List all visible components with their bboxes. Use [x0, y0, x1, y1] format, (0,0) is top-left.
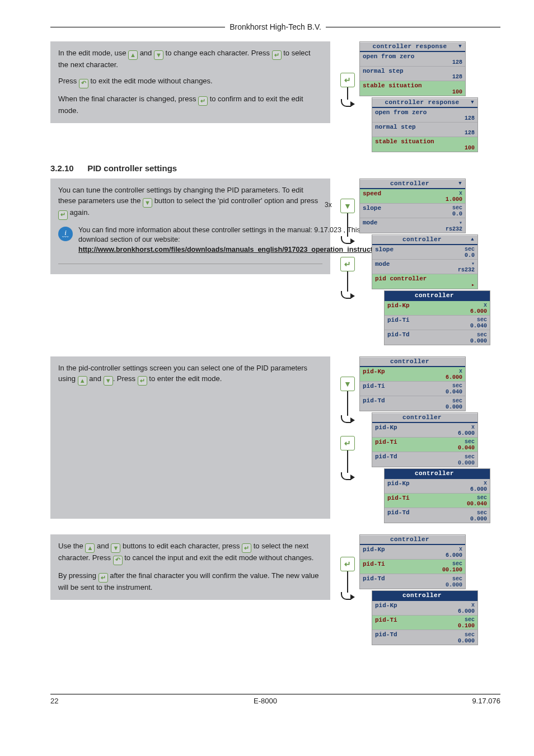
- text: to cancel the input and exit the edit mo…: [123, 553, 314, 562]
- lcd-value: 00.100: [442, 567, 462, 573]
- lcd-screen: controller pid-Kpx6.000 pid-Tisec0.040 p…: [372, 412, 478, 467]
- lcd-sequence-pid-nav: 3x ▼ ↵ controller▼ speedx1.000 slopesec0…: [340, 179, 500, 346]
- lcd-value: 0.000: [458, 638, 475, 644]
- lcd-value: 128: [465, 130, 475, 136]
- lcd-label: pid controller: [375, 275, 427, 282]
- lcd-screen: controller response▼ open from zero128 n…: [359, 41, 466, 96]
- lcd-value: 100: [465, 145, 475, 151]
- lcd-value: 00.040: [467, 501, 487, 507]
- lcd-screen: controller pid-Kpx6.000 pid-Tisec00.100 …: [359, 534, 466, 589]
- lcd-label: pid-Kp: [375, 424, 397, 431]
- lcd-title: controller: [374, 592, 470, 599]
- lcd-screen: controller▲ slopesec0.0 mode▾rs232 pid c…: [372, 234, 478, 289]
- lcd-value: rs232: [458, 267, 475, 273]
- lcd-sequence-pid-edit: ↵ controller pid-Kpx6.000 pid-Tisec00.10…: [340, 534, 500, 646]
- lcd-label: pid-Ti: [387, 317, 410, 323]
- scroll-down-icon: ▼: [457, 44, 463, 50]
- text: to enter the edit mode.: [147, 374, 222, 383]
- lcd-value: 100: [452, 89, 462, 95]
- lcd-value: 128: [452, 59, 462, 65]
- down-key-icon: ▼: [111, 543, 120, 553]
- enter-key-icon: ↵: [340, 73, 355, 87]
- down-key-icon: ▼: [154, 50, 163, 60]
- lcd-label: pid-Td: [375, 631, 397, 638]
- enter-key-icon: ↵: [242, 543, 251, 553]
- enter-key-icon: ↵: [58, 210, 68, 220]
- text: and: [95, 542, 111, 550]
- page-header: Bronkhorst High-Tech B.V.: [50, 22, 500, 31]
- lcd-title: controller: [362, 358, 457, 365]
- text: . Press: [113, 374, 138, 383]
- lcd-value: 0.100: [458, 623, 475, 629]
- lcd-sequence-controller-response: ↵ controller response▼ open from zero128…: [340, 41, 500, 153]
- text: buttons to edit each character, press: [120, 542, 242, 550]
- footer-docnum: 9.17.076: [472, 697, 500, 705]
- lcd-value: 128: [452, 74, 462, 80]
- lcd-label: mode: [375, 261, 390, 267]
- lcd-screen: controller pid-Kpx6.000 pid-Tisec00.040 …: [384, 468, 490, 523]
- text: button to select the 'pid controller' op…: [152, 196, 318, 205]
- lcd-label: pid-Kp: [363, 368, 385, 375]
- lcd-value: rs232: [446, 226, 462, 232]
- page-footer: 22 E-8000 9.17.076: [50, 694, 500, 705]
- lcd-label: pid-Kp: [375, 602, 397, 609]
- up-key-icon: ▲: [128, 50, 138, 60]
- text: By pressing: [58, 571, 99, 580]
- lcd-value: 0.040: [458, 445, 475, 451]
- text: to change each character. Press: [163, 49, 272, 57]
- footer-model: E-8000: [254, 697, 277, 705]
- header-rule-left: [50, 27, 225, 27]
- lcd-title: controller: [387, 292, 482, 299]
- section-number: 3.2.10: [50, 163, 85, 173]
- lcd-label: pid-Kp: [387, 302, 410, 309]
- lcd-label: pid-Ti: [363, 383, 385, 389]
- lcd-value: 6.000: [470, 308, 487, 314]
- lcd-value: 0.040: [470, 323, 487, 329]
- scroll-up-icon: ▲: [470, 237, 475, 243]
- enter-key-icon: ↵: [99, 573, 108, 583]
- back-key-icon: ↶: [113, 556, 123, 565]
- lcd-value: 0.040: [446, 389, 462, 395]
- lcd-label: mode: [363, 219, 377, 226]
- text: When the final character is changed, pre…: [58, 95, 198, 103]
- lcd-label: pid-Td: [387, 331, 410, 338]
- lcd-value: 0.0: [465, 252, 475, 259]
- lcd-label: pid-Td: [363, 575, 385, 582]
- lcd-screen: controller response▼ open from zero128 n…: [372, 97, 478, 152]
- text: Use the: [58, 542, 85, 550]
- lcd-label: normal step: [375, 124, 416, 130]
- lcd-label: pid-Ti: [375, 617, 397, 623]
- lcd-title: controller: [387, 470, 482, 477]
- lcd-title: controller response: [362, 43, 457, 50]
- back-key-icon: ↶: [79, 79, 88, 88]
- text: again.: [68, 208, 90, 217]
- lcd-value: 6.000: [446, 374, 462, 381]
- text: Press: [58, 77, 79, 85]
- lcd-value: 0.000: [470, 516, 487, 522]
- header-rule-right: [326, 27, 500, 27]
- lcd-label: stable situation: [363, 82, 422, 89]
- section-heading: 3.2.10 PID controller settings: [50, 163, 500, 173]
- lcd-title: controller: [374, 414, 470, 421]
- lcd-label: pid-Kp: [363, 546, 385, 553]
- instruction-panel-edit-mode: In the edit mode, use ▲ and ▼ to change …: [50, 41, 330, 123]
- page-number: 22: [50, 697, 58, 705]
- lcd-screen: controller pid-Kpx6.000 pid-Tisec0.100 p…: [372, 590, 478, 645]
- enter-key-icon: ↵: [272, 50, 282, 60]
- instruction-panel-pid-select: In the pid-controller settings screen yo…: [50, 356, 330, 519]
- lcd-label: pid-Ti: [375, 439, 397, 445]
- lcd-value: 6.000: [470, 486, 487, 492]
- enter-key-icon: ↵: [138, 376, 147, 386]
- lcd-label: pid-Td: [363, 397, 385, 404]
- scroll-down-icon: ▼: [470, 100, 475, 106]
- info-www-icon: iwww: [58, 227, 73, 241]
- divider: [58, 264, 322, 264]
- text: In the edit mode, use: [58, 49, 128, 57]
- lcd-label: pid-Td: [375, 453, 397, 460]
- lcd-label: slope: [375, 246, 394, 253]
- lcd-screen: controller pid-Kpx6.000 pid-Tisec0.040 p…: [384, 290, 490, 345]
- up-key-icon: ▲: [78, 376, 87, 386]
- lcd-value: 6.000: [446, 552, 462, 558]
- lcd-value: 6.000: [458, 430, 475, 436]
- lcd-value: 0.0: [452, 211, 462, 217]
